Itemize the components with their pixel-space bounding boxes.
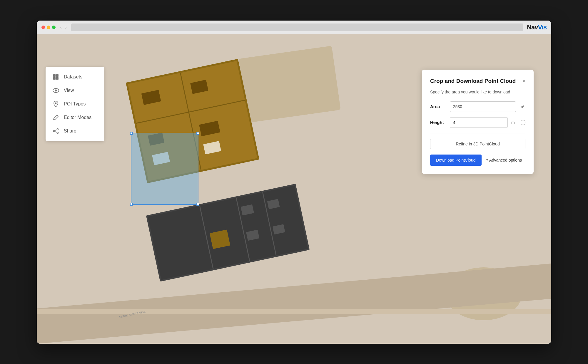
- maximize-traffic-light[interactable]: [52, 26, 56, 29]
- advanced-arrow: ▾: [486, 158, 488, 162]
- handle-bottom-left[interactable]: [130, 203, 133, 206]
- minimize-traffic-light[interactable]: [47, 26, 50, 29]
- action-row: Download PointCloud ▾ Advanced options: [430, 155, 525, 166]
- furniture-4: [199, 121, 220, 136]
- sidebar-item-datasets[interactable]: Datasets: [46, 70, 104, 84]
- bottom-furniture-5: [273, 224, 285, 234]
- crop-panel: Crop and Download Point Cloud × Specify …: [422, 70, 534, 174]
- svg-line-11: [55, 130, 57, 131]
- view-label: View: [64, 88, 74, 93]
- handle-top-left[interactable]: [130, 132, 133, 135]
- poi-icon: [53, 101, 59, 107]
- refine-button[interactable]: Refine in 3D PointCloud: [430, 139, 525, 149]
- height-field-row: Height m i: [430, 117, 525, 128]
- road-line: [37, 309, 551, 314]
- poi-types-label: POI Types: [64, 101, 86, 107]
- svg-rect-2: [53, 77, 56, 80]
- download-button[interactable]: Download PointCloud: [430, 155, 482, 166]
- svg-rect-1: [56, 74, 59, 77]
- back-button[interactable]: ‹: [59, 24, 63, 30]
- svg-point-8: [54, 130, 55, 132]
- handle-bottom-right[interactable]: [196, 203, 199, 206]
- bottom-furniture-1: [210, 229, 230, 249]
- view-icon: [53, 87, 59, 94]
- map-patch-1: [238, 46, 341, 123]
- handle-top-right[interactable]: [196, 132, 199, 135]
- close-button[interactable]: ×: [522, 78, 525, 84]
- height-input[interactable]: [450, 117, 508, 128]
- svg-rect-0: [53, 74, 56, 77]
- sidebar-item-poi-types[interactable]: POI Types: [46, 97, 104, 111]
- furniture-5: [203, 141, 221, 154]
- browser-window: ‹ › NavVis: [37, 21, 551, 344]
- logo-vis: Vis: [538, 24, 547, 31]
- bottom-furniture-4: [267, 199, 280, 209]
- editor-modes-label: Editor Modes: [64, 115, 91, 120]
- map-container: KLINIKUMSSTRASSE Datasets: [37, 34, 551, 344]
- svg-rect-3: [56, 77, 59, 80]
- datasets-label: Datasets: [64, 74, 82, 80]
- address-bar[interactable]: [71, 24, 523, 31]
- bottom-furniture-2: [241, 204, 254, 215]
- selection-box[interactable]: [131, 133, 198, 205]
- bottom-furniture-3: [246, 229, 259, 241]
- editor-icon: [53, 114, 59, 121]
- sidebar-item-share[interactable]: Share: [46, 124, 104, 138]
- svg-line-10: [55, 131, 57, 132]
- crop-panel-header: Crop and Download Point Cloud ×: [430, 78, 525, 84]
- height-unit: m: [511, 120, 517, 125]
- advanced-options-label: Advanced options: [489, 158, 522, 162]
- area-input[interactable]: [450, 101, 516, 112]
- svg-point-9: [57, 132, 59, 133]
- sidebar-item-view[interactable]: View: [46, 84, 104, 97]
- furniture-1: [141, 90, 161, 105]
- advanced-options-link[interactable]: ▾ Advanced options: [486, 158, 522, 162]
- share-label: Share: [64, 128, 76, 134]
- close-traffic-light[interactable]: [41, 26, 45, 29]
- crop-panel-title: Crop and Download Point Cloud: [430, 78, 516, 84]
- area-unit: m²: [519, 104, 525, 109]
- logo-nav: Nav: [527, 24, 538, 31]
- share-icon: [53, 128, 59, 134]
- forward-button[interactable]: ›: [64, 24, 68, 30]
- svg-point-6: [55, 102, 57, 104]
- sidebar: Datasets View: [46, 67, 104, 141]
- browser-logo: NavVis: [527, 24, 547, 31]
- traffic-lights: [41, 26, 56, 29]
- height-label: Height: [430, 120, 446, 125]
- info-icon[interactable]: i: [521, 120, 525, 125]
- svg-point-7: [57, 128, 59, 130]
- panel-divider: [430, 133, 525, 133]
- road-bottom: [37, 263, 551, 343]
- area-field-row: Area m²: [430, 101, 525, 112]
- nav-buttons: ‹ ›: [59, 24, 68, 30]
- area-label: Area: [430, 104, 446, 109]
- sidebar-item-editor-modes[interactable]: Editor Modes: [46, 111, 104, 124]
- furniture-2: [190, 79, 208, 94]
- svg-point-5: [55, 89, 57, 91]
- crop-panel-description: Specify the area you would like to downl…: [430, 90, 525, 94]
- datasets-icon: [53, 74, 59, 80]
- browser-chrome: ‹ › NavVis: [37, 21, 551, 34]
